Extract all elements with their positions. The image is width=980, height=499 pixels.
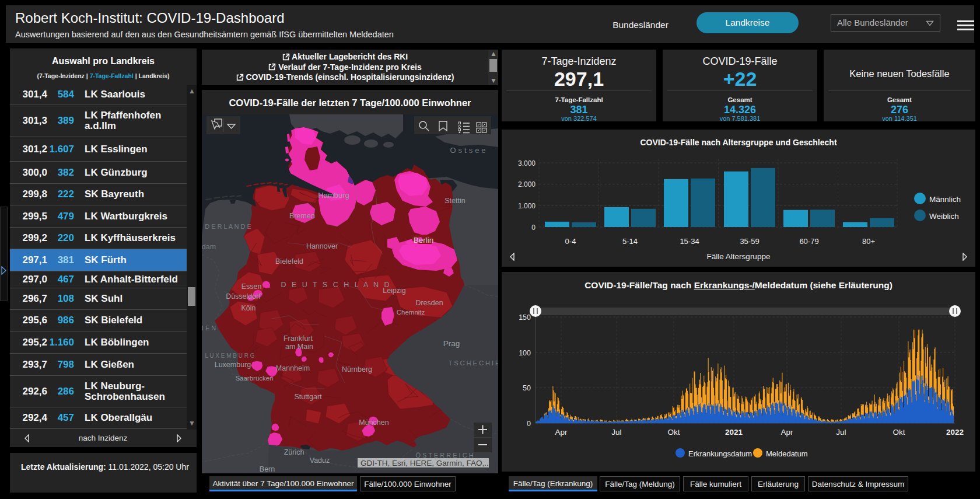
svg-text:Berlin: Berlin <box>414 236 434 245</box>
svg-text:Apr: Apr <box>555 428 568 437</box>
svg-text:Dresden: Dresden <box>415 299 443 307</box>
svg-text:am Main: am Main <box>285 343 313 351</box>
svg-text:Nürnberg: Nürnberg <box>342 365 372 374</box>
svg-text:Bern: Bern <box>260 465 275 473</box>
svg-text:Hannover: Hannover <box>306 242 338 250</box>
svg-text:T S C H E C H I E N: T S C H E C H I E N <box>449 360 498 367</box>
svg-text:Ö S T E R R E I C H: Ö S T E R R E I C H <box>415 452 473 459</box>
svg-text:Vaduz: Vaduz <box>310 456 330 465</box>
svg-text:München: München <box>359 418 388 427</box>
svg-text:Ostsee: Ostsee <box>450 146 488 155</box>
svg-text:Bremen: Bremen <box>289 212 315 220</box>
svg-text:Chemnitz: Chemnitz <box>397 309 425 316</box>
svg-text:5-14: 5-14 <box>622 237 638 246</box>
svg-text:Bielefeld: Bielefeld <box>275 257 303 266</box>
svg-text:Mannheim: Mannheim <box>276 364 310 372</box>
svg-text:dam: dam <box>202 243 216 251</box>
svg-text:Hamburg: Hamburg <box>318 191 349 200</box>
svg-text:1.000: 1.000 <box>518 202 536 210</box>
svg-text:0: 0 <box>527 420 531 428</box>
svg-text:Okt: Okt <box>667 428 680 437</box>
svg-text:D E R L A N D E: D E R L A N D E <box>205 223 251 230</box>
svg-text:Jul: Jul <box>836 428 846 437</box>
svg-text:Apr: Apr <box>780 428 793 437</box>
svg-text:Köln: Köln <box>241 304 256 312</box>
svg-text:Luxemburg: Luxemburg <box>215 361 251 369</box>
svg-text:Okt: Okt <box>892 428 905 437</box>
svg-text:35-59: 35-59 <box>740 237 759 246</box>
svg-text:GDI-TH, Esri, HERE, Garmin, FA: GDI-TH, Esri, HERE, Garmin, FAO,... <box>360 459 491 467</box>
svg-text:0-4: 0-4 <box>565 237 576 246</box>
svg-text:50: 50 <box>523 384 531 392</box>
svg-text:2.000: 2.000 <box>518 180 536 189</box>
svg-text:I E N: I E N <box>202 324 216 331</box>
svg-text:Saarbrücken: Saarbrücken <box>235 375 273 382</box>
svg-text:Leipzig: Leipzig <box>383 287 406 295</box>
svg-text:D E U T S C H L A N D: D E U T S C H L A N D <box>281 281 391 289</box>
svg-text:60-79: 60-79 <box>799 237 818 246</box>
svg-text:0: 0 <box>531 224 536 232</box>
svg-text:L U X E M B U R G: L U X E M B U R G <box>205 353 254 359</box>
svg-text:Zürich: Zürich <box>284 448 304 456</box>
svg-text:3.000: 3.000 <box>518 159 536 168</box>
svg-text:Essen: Essen <box>242 282 262 291</box>
svg-text:Stuttgart: Stuttgart <box>294 393 322 401</box>
svg-text:Frankfurt: Frankfurt <box>284 334 313 343</box>
svg-text:Männlich: Männlich <box>929 195 961 204</box>
svg-text:Prag: Prag <box>443 339 460 348</box>
svg-text:100: 100 <box>519 349 531 357</box>
svg-text:Jul: Jul <box>611 428 621 437</box>
svg-text:150: 150 <box>519 313 531 322</box>
svg-text:2021: 2021 <box>725 428 743 437</box>
svg-text:80+: 80+ <box>862 237 875 246</box>
svg-text:2022: 2022 <box>946 428 964 437</box>
svg-text:Weiblich: Weiblich <box>929 212 959 221</box>
svg-text:Stettin: Stettin <box>444 197 465 205</box>
svg-text:15-34: 15-34 <box>680 237 699 246</box>
svg-text:Düsseldorf: Düsseldorf <box>226 292 261 301</box>
